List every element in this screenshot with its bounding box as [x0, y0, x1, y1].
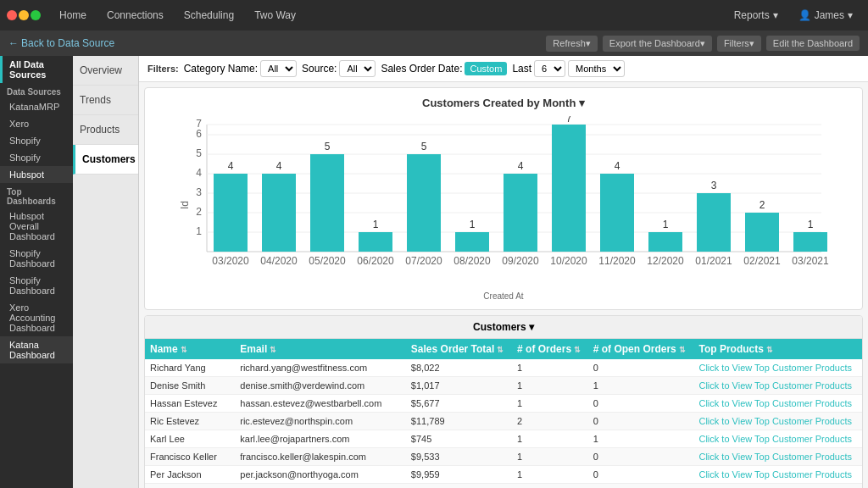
- close-button[interactable]: [7, 10, 17, 20]
- bar-12-2020[interactable]: [648, 232, 682, 252]
- svg-text:06/2020: 06/2020: [357, 255, 394, 267]
- user-menu[interactable]: 👤 James ▾: [790, 6, 861, 25]
- table-cell[interactable]: Click to View Top Customer Products: [693, 395, 862, 413]
- bar-09-2020[interactable]: [504, 174, 537, 252]
- table-cell: 0: [588, 395, 694, 413]
- nav-home[interactable]: Home: [51, 6, 95, 25]
- sidebar-all-data-sources[interactable]: All Data Sources: [0, 56, 73, 83]
- filter-category: Category Name: All: [184, 60, 297, 77]
- table-cell: 1: [512, 466, 588, 484]
- months-select[interactable]: Months: [568, 60, 625, 77]
- table-cell: Francisco Keller: [145, 448, 235, 466]
- table-cell: 0: [588, 466, 694, 484]
- sales-order-date-label: Sales Order Date:: [381, 63, 462, 75]
- col-orders[interactable]: # of Orders⇅: [512, 339, 588, 359]
- table-cell: $11,789: [406, 413, 512, 430]
- col-name[interactable]: Name⇅: [145, 339, 235, 359]
- nav-scheduling[interactable]: Scheduling: [175, 6, 242, 25]
- table-row: Morgan Schroedermorgan.schroeder@alphain…: [145, 484, 862, 489]
- bar-01-2021[interactable]: [697, 193, 731, 252]
- bar-chart: Id 1 2 3 4 5 6: [153, 116, 854, 301]
- table-row: Denise Smithdenise.smith@verdewind.com$1…: [145, 377, 862, 395]
- category-name-select[interactable]: All: [260, 60, 297, 77]
- x-axis-label: Created At: [153, 291, 854, 301]
- nav-twoway[interactable]: Two Way: [246, 6, 304, 25]
- nav-customers[interactable]: Customers: [73, 145, 138, 175]
- chart-title[interactable]: Customers Created by Month ▾: [153, 97, 854, 109]
- table-cell[interactable]: Click to View Top Customer Products: [693, 448, 862, 466]
- table-cell[interactable]: Click to View Top Customer Products: [693, 377, 862, 395]
- svg-text:05/2020: 05/2020: [309, 255, 346, 267]
- table-cell: Ric Estevez: [145, 413, 235, 430]
- bar-05-2020[interactable]: [310, 154, 344, 252]
- nav-connections[interactable]: Connections: [98, 6, 172, 25]
- sidebar-item-katanamrp[interactable]: KatanaMRP: [0, 98, 73, 115]
- svg-text:1: 1: [663, 219, 669, 230]
- sidebar-item-shopify-dash1[interactable]: Shopify Dashboard: [0, 245, 73, 272]
- back-to-datasource[interactable]: ← Back to Data Source: [8, 37, 114, 49]
- content-area: Filters: Category Name: All Source: All …: [139, 56, 868, 488]
- minimize-button[interactable]: [19, 10, 29, 20]
- col-top-products[interactable]: Top Products⇅: [693, 339, 862, 359]
- sidebar-item-shopify1[interactable]: Shopify: [0, 132, 73, 149]
- sidebar: All Data Sources Data Sources KatanaMRP …: [0, 56, 73, 488]
- filters-button[interactable]: Filters▾: [717, 36, 761, 52]
- sidebar-item-katana-dashboard[interactable]: Katana Dashboard: [0, 336, 73, 363]
- bar-07-2020[interactable]: [407, 154, 441, 252]
- nav-overview[interactable]: Overview: [73, 56, 138, 86]
- refresh-button[interactable]: Refresh▾: [546, 36, 598, 52]
- sidebar-item-shopify2[interactable]: Shopify: [0, 149, 73, 166]
- bar-04-2020[interactable]: [262, 174, 296, 252]
- second-bar: ← Back to Data Source Refresh▾ Export th…: [0, 30, 868, 56]
- table-cell[interactable]: Click to View Top Customer Products: [693, 359, 862, 377]
- edit-dashboard-button[interactable]: Edit the Dashboard: [766, 36, 860, 51]
- table-cell[interactable]: Click to View Top Customer Products: [693, 430, 862, 448]
- reports-menu[interactable]: Reports ▾: [726, 6, 787, 25]
- sidebar-item-shopify-dash2[interactable]: Shopify Dashboard: [0, 272, 73, 299]
- sales-order-date-value[interactable]: Custom: [465, 62, 507, 75]
- col-total[interactable]: Sales Order Total⇅: [406, 339, 512, 359]
- bar-02-2021[interactable]: [745, 213, 779, 252]
- col-open-orders[interactable]: # of Open Orders⇅: [588, 339, 694, 359]
- table-cell: Denise Smith: [145, 377, 235, 395]
- window-controls: [7, 10, 41, 20]
- source-select[interactable]: All: [339, 60, 376, 77]
- bar-11-2020[interactable]: [600, 174, 634, 252]
- last-value-select[interactable]: 6: [534, 60, 565, 77]
- svg-text:08/2020: 08/2020: [453, 255, 491, 267]
- table-cell: 1: [512, 377, 588, 395]
- table-cell[interactable]: Click to View Top Customer Products: [693, 484, 862, 489]
- filter-last: Last 6 Months: [512, 60, 625, 77]
- table-cell: 0: [588, 484, 694, 489]
- bar-06-2020[interactable]: [359, 232, 392, 252]
- bar-08-2020[interactable]: [455, 232, 489, 252]
- customers-table-title[interactable]: Customers ▾: [145, 316, 862, 339]
- bar-03-2020[interactable]: [214, 174, 248, 252]
- sidebar-item-xero[interactable]: Xero: [0, 115, 73, 132]
- table-cell[interactable]: Click to View Top Customer Products: [693, 466, 862, 484]
- sidebar-item-hubspot[interactable]: Hubspot: [0, 166, 73, 183]
- bar-03-2021[interactable]: [793, 232, 827, 252]
- svg-text:04/2020: 04/2020: [260, 255, 298, 267]
- sidebar-item-hubspot-overall[interactable]: Hubspot Overall Dashboard: [0, 208, 73, 245]
- col-email[interactable]: Email⇅: [235, 339, 406, 359]
- export-button[interactable]: Export the Dashboard▾: [603, 36, 712, 52]
- svg-text:5: 5: [421, 141, 427, 152]
- svg-text:4: 4: [196, 167, 202, 179]
- sort-name-icon: ⇅: [181, 346, 187, 354]
- bar-10-2020[interactable]: [552, 125, 586, 252]
- svg-text:4: 4: [276, 160, 282, 172]
- table-cell: $5,677: [406, 395, 512, 413]
- table-row: Hassan Estevezhassan.estevez@westbarbell…: [145, 395, 862, 413]
- reports-label: Reports: [734, 9, 770, 21]
- nav-products[interactable]: Products: [73, 115, 138, 145]
- sidebar-item-xero-accounting[interactable]: Xero Accounting Dashboard: [0, 299, 73, 336]
- svg-text:11/2020: 11/2020: [598, 255, 636, 267]
- user-dropdown-icon: ▾: [848, 9, 853, 21]
- nav-trends[interactable]: Trends: [73, 86, 138, 115]
- table-cell: richard.yang@westfitness.com: [235, 359, 406, 377]
- table-cell[interactable]: Click to View Top Customer Products: [693, 413, 862, 430]
- maximize-button[interactable]: [31, 10, 41, 20]
- table-cell: francisco.keller@lakespin.com: [235, 448, 406, 466]
- table-row: Karl Leekarl.lee@rojapartners.com$74511C…: [145, 430, 862, 448]
